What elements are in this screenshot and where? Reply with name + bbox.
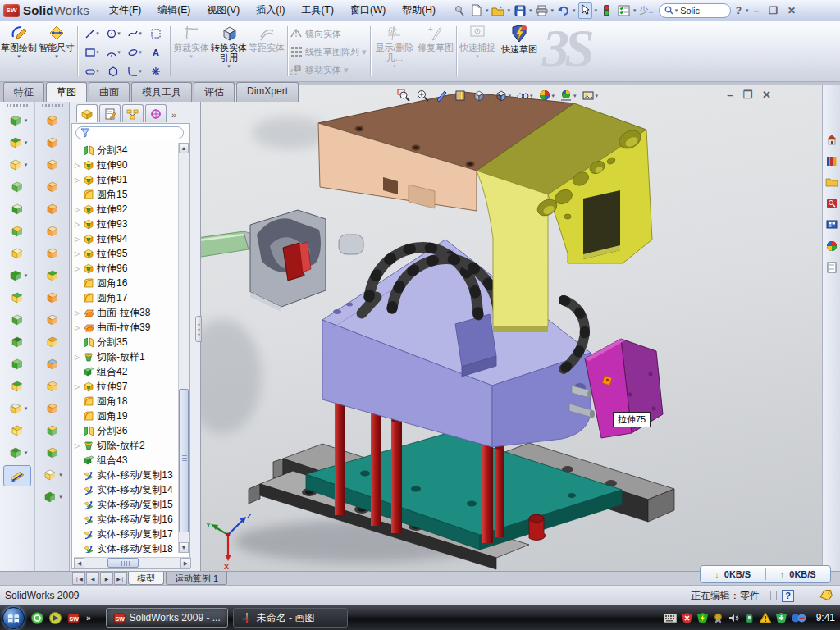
menu-item-1[interactable]: 编辑(E)	[149, 0, 199, 21]
network-phone-icon[interactable]	[744, 613, 755, 623]
tree-item[interactable]: ▷切除-放样2	[74, 438, 179, 453]
appearances-scenes-icon[interactable]	[825, 240, 838, 253]
extend-surface-icon[interactable]	[35, 353, 69, 375]
help-button[interactable]: ?	[731, 5, 746, 16]
tree-item[interactable]: 分割36	[74, 423, 179, 438]
search-input[interactable]: ▾ Solic	[659, 3, 731, 18]
quick-snaps-caret[interactable]: ▾	[476, 53, 479, 60]
trim-surface-icon[interactable]	[35, 375, 69, 397]
security-shield-icon[interactable]	[697, 613, 708, 623]
thicken-icon[interactable]	[35, 441, 69, 463]
tab-1[interactable]: 草图	[46, 82, 87, 102]
model-side-clamp[interactable]	[250, 210, 363, 312]
sync-status-icon[interactable]	[792, 613, 806, 623]
replace-face-icon[interactable]	[35, 331, 69, 353]
delete-body-icon[interactable]: ▾	[0, 397, 34, 419]
sheet-nav-1[interactable]: ◀	[86, 572, 99, 585]
expand-arrow[interactable]: ▷	[74, 221, 80, 228]
sketch-button[interactable]: 草图绘制▾	[0, 21, 38, 81]
expand-arrow[interactable]: ▷	[74, 354, 80, 361]
trim-entities-button[interactable]: 剪裁实体▾	[172, 21, 210, 81]
convert-entities-button[interactable]: 转换实体引用▾	[210, 21, 248, 81]
sheet-nav-0[interactable]: ❘◀	[72, 572, 85, 585]
tree-filter-input[interactable]	[75, 126, 184, 139]
move-copy-body-icon[interactable]	[0, 375, 34, 397]
horizontal-scroll-thumb[interactable]	[107, 558, 139, 568]
smart-dimension-button[interactable]: 智能尺寸▾	[38, 21, 75, 81]
doc-restore-button[interactable]: ❐	[742, 89, 752, 101]
sketch-caret[interactable]: ▾	[17, 53, 21, 60]
toolbar-grip[interactable]	[42, 104, 63, 107]
fillet-icon[interactable]: ▾	[0, 153, 34, 176]
tree-item[interactable]: 实体-移动/复制14	[74, 482, 179, 497]
extruded-surface-icon[interactable]	[35, 109, 69, 131]
delete-face-icon[interactable]	[35, 308, 69, 331]
expand-arrow[interactable]: ▷	[74, 442, 80, 450]
tree-item[interactable]: ▷曲面-拉伸38	[74, 305, 179, 320]
menu-item-2[interactable]: 视图(V)	[199, 0, 248, 21]
extruded-boss-icon[interactable]: ▾	[0, 109, 34, 131]
slot-tool[interactable]: ▾	[81, 66, 103, 77]
doc-minimize-button[interactable]: –	[727, 89, 733, 101]
featuremanager-tab[interactable]	[76, 104, 98, 122]
sheet-nav-2[interactable]: ▶	[100, 572, 113, 585]
expand-arrow[interactable]: ▷	[74, 383, 80, 390]
zoom-area-icon[interactable]	[415, 88, 431, 103]
linear-pattern-caret[interactable]: ▾	[362, 47, 367, 57]
freeform-icon[interactable]: ▾	[35, 463, 69, 486]
custom-properties-icon[interactable]	[825, 261, 838, 274]
model-canvas[interactable]: Y Z X	[201, 85, 822, 571]
fm-tabs-overflow[interactable]: »	[171, 110, 176, 122]
knit-surface-icon[interactable]	[35, 419, 69, 441]
save-icon[interactable]	[513, 3, 527, 18]
badge-icon[interactable]	[713, 613, 724, 623]
tree-horizontal-scrollbar[interactable]: ◀ ▶	[74, 557, 191, 568]
tree-item[interactable]: 实体-移动/复制18	[74, 541, 179, 553]
tree-item[interactable]: 组合42	[74, 364, 179, 379]
undo-icon[interactable]	[556, 3, 571, 18]
tree-item[interactable]: 圆角16	[74, 276, 179, 290]
extruded-cut-icon[interactable]: ▾	[0, 131, 34, 153]
tree-item[interactable]: 实体-移动/复制13	[74, 468, 179, 482]
expand-arrow[interactable]: ▷	[74, 250, 80, 258]
expand-arrow[interactable]: ▷	[74, 265, 80, 272]
tree-item[interactable]: ▷拉伸97	[74, 379, 179, 394]
app-minimize-button[interactable]: –	[748, 5, 764, 16]
overflow-toolbar-label[interactable]: 少..	[640, 4, 654, 16]
tree-item[interactable]: 圆角19	[74, 409, 179, 423]
expand-arrow[interactable]: ▷	[74, 162, 80, 169]
tree-item[interactable]: ▷拉伸94	[74, 231, 179, 246]
ellipse-tool[interactable]: ▾	[124, 47, 145, 58]
view-orientation-icon[interactable]: ▾	[494, 88, 513, 103]
sheet-nav-3[interactable]: ▶❘	[114, 572, 127, 585]
search-results-icon[interactable]	[825, 197, 838, 210]
save-icon-caret[interactable]: ▾	[529, 7, 532, 14]
quick-launch-chevron[interactable]: »	[86, 614, 91, 623]
edit-appearance-icon[interactable]: ▾	[537, 88, 556, 103]
vertical-scroll-thumb[interactable]	[179, 389, 189, 532]
previous-view-icon[interactable]	[434, 88, 450, 103]
app-close-button[interactable]: ✕	[783, 5, 801, 16]
smart-dimension-caret[interactable]: ▾	[55, 53, 58, 60]
taskbar-clock[interactable]: 9:41	[816, 612, 835, 623]
bottom-tab-0[interactable]: 模型	[128, 572, 164, 585]
planar-surface-icon[interactable]	[35, 242, 69, 264]
tab-0[interactable]: 特征	[3, 82, 44, 102]
network-speed-widget[interactable]: ↓0KB/S ↑0KB/S	[700, 565, 831, 583]
hide-show-items-icon[interactable]: ▾	[515, 88, 534, 103]
tab-4[interactable]: 评估	[194, 82, 235, 102]
tree-item[interactable]: ▷拉伸93	[74, 217, 179, 231]
panel-splitter-handle[interactable]: ◂◂◂	[195, 316, 202, 342]
spline-tool[interactable]: ▾	[124, 28, 145, 39]
dimxpertmanager-tab[interactable]	[145, 104, 167, 122]
move-entities-button[interactable]: 移动实体▾	[290, 62, 368, 78]
start-button[interactable]	[2, 607, 25, 629]
graphics-viewport[interactable]: Y Z X ▾▾▾▾▾▾ – ❐ ✕ 拉伸75 ◂◂◂	[201, 85, 822, 571]
tree-item[interactable]: 实体-移动/复制17	[74, 527, 179, 541]
offset-entities-button[interactable]: 等距实体	[248, 21, 285, 81]
menu-item-0[interactable]: 文件(F)	[101, 0, 149, 21]
measure-button[interactable]	[3, 465, 31, 486]
tab-3[interactable]: 模具工具	[131, 82, 192, 102]
propertymanager-tab[interactable]	[99, 104, 121, 122]
update-shield-icon[interactable]	[776, 613, 787, 623]
